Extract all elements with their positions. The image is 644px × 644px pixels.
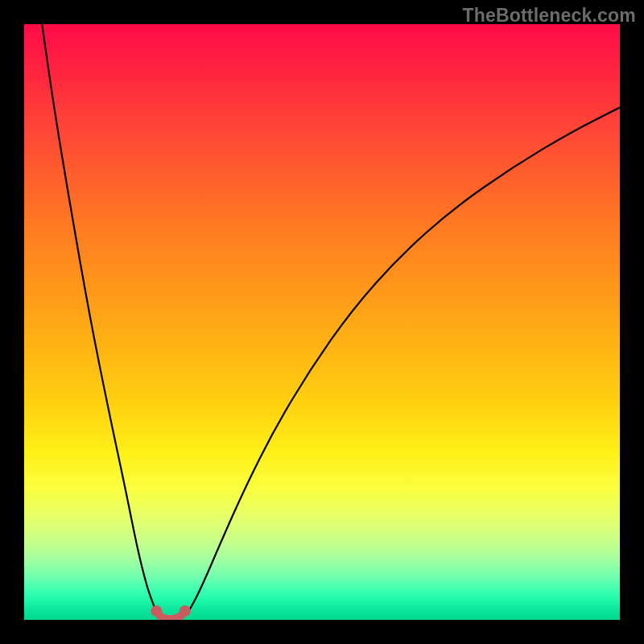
- chart-frame: TheBottleneck.com: [0, 0, 644, 644]
- curve-layer: [24, 24, 620, 620]
- series-right-curve: [185, 108, 620, 615]
- marker-0: [151, 605, 162, 617]
- series-left-curve: [42, 24, 160, 615]
- watermark-text: TheBottleneck.com: [462, 5, 636, 27]
- plot-area: [24, 24, 620, 620]
- marker-1: [180, 605, 191, 617]
